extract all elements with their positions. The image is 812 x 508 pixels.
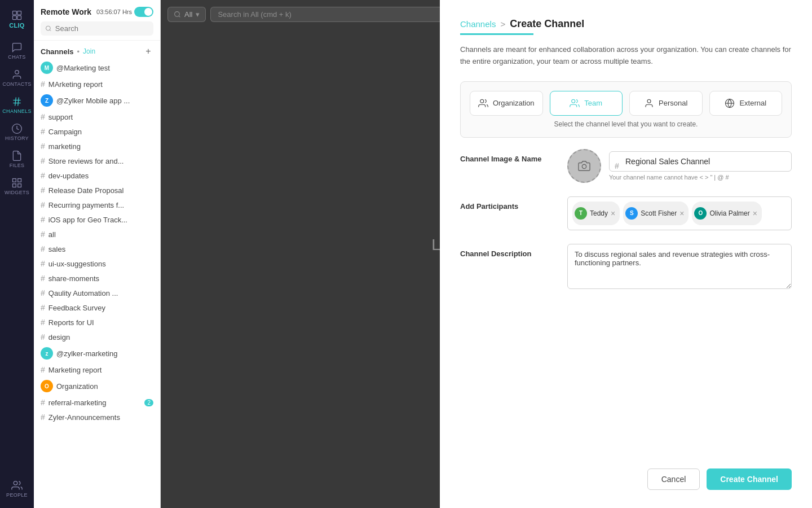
sidebar-people-label: PEOPLE <box>6 492 28 498</box>
channel-name: dev-updates <box>48 172 153 180</box>
sidebar-history-label: HISTORY <box>5 135 29 141</box>
create-channel-button[interactable]: Create Channel <box>707 468 792 490</box>
svg-rect-1 <box>17 11 21 15</box>
avatar: O <box>694 207 707 220</box>
hash-icon: # <box>41 156 45 165</box>
list-item[interactable]: M @Marketing test ••• <box>34 59 160 77</box>
external-icon <box>725 98 735 108</box>
type-organization-label: Organization <box>493 99 535 107</box>
hash-icon: # <box>41 413 45 422</box>
channel-name: Store reviews for and... <box>48 157 153 165</box>
channel-search-box[interactable] <box>41 21 153 36</box>
type-external-label: External <box>739 99 766 107</box>
channel-name-input[interactable] <box>609 151 792 172</box>
svg-rect-13 <box>18 184 21 187</box>
list-item[interactable]: # Qaulity Automation ... <box>34 286 160 300</box>
add-channel-button[interactable]: + <box>143 46 153 56</box>
list-item[interactable]: # dev-updates <box>34 168 160 183</box>
channel-name: MArketing report <box>48 80 153 89</box>
list-item[interactable]: # support <box>34 110 160 124</box>
type-personal-label: Personal <box>659 99 687 107</box>
remove-participant-button[interactable]: × <box>753 209 757 217</box>
search-icon <box>45 25 52 32</box>
list-item[interactable]: # ui-ux-suggestions <box>34 256 160 271</box>
type-team-button[interactable]: Team <box>550 91 623 116</box>
channel-type-container: Organization Team Personal External <box>460 81 792 138</box>
main-content: All ▾ Search in All (cmd + k) × Laughing… <box>161 0 812 508</box>
list-item[interactable]: Z @Zylker Mobile app ... ••• <box>34 91 160 110</box>
channels-title: Channels <box>41 47 74 56</box>
list-item[interactable]: # design <box>34 330 160 344</box>
avatar: M <box>41 62 53 74</box>
participants-box[interactable]: T Teddy × S Scott Fisher × O Olivia Palm… <box>567 196 792 230</box>
remove-participant-button[interactable]: × <box>679 209 684 217</box>
hash-icon: # <box>41 171 45 180</box>
svg-rect-0 <box>13 11 17 15</box>
channel-name: support <box>48 113 153 121</box>
list-item[interactable]: # Campaign <box>34 124 160 139</box>
list-item[interactable]: # Recurring payments f... <box>34 198 160 212</box>
hash-icon: # <box>41 142 45 151</box>
channel-name: Feedback Survey <box>48 304 153 312</box>
hash-icon: # <box>41 398 45 407</box>
type-select-hint: Select the channel level that you want t… <box>470 120 782 128</box>
channel-avatar-upload[interactable] <box>567 149 601 183</box>
remove-participant-button[interactable]: × <box>611 209 615 217</box>
list-item[interactable]: # Feedback Survey <box>34 300 160 315</box>
sidebar-item-chats[interactable]: CHATS <box>5 38 29 63</box>
type-organization-button[interactable]: Organization <box>470 91 543 116</box>
time-badge: 03:56:07 Hrs <box>96 7 153 17</box>
list-item[interactable]: # share-moments <box>34 271 160 286</box>
hash-icon: # <box>41 288 45 297</box>
channel-name: ui-ux-suggestions <box>48 260 153 268</box>
cancel-button[interactable]: Cancel <box>647 468 700 490</box>
sidebar-item-history[interactable]: HISTORY <box>5 120 29 144</box>
list-item[interactable]: # Store reviews for and... <box>34 154 160 168</box>
participant-name: Olivia Palmer <box>709 209 749 217</box>
list-item[interactable]: # Release Date Proposal <box>34 183 160 198</box>
sidebar-chats-label: CHATS <box>8 54 25 60</box>
list-item[interactable]: # all <box>34 227 160 242</box>
sidebar-files-label: FILES <box>10 163 25 168</box>
list-item[interactable]: # marketing <box>34 139 160 154</box>
sidebar-channels-label: CHANNELS <box>2 108 31 114</box>
participant-name: Teddy <box>590 209 608 217</box>
list-item[interactable]: # referral-marketing 2 <box>34 395 160 410</box>
channels-join-link[interactable]: Join <box>83 47 95 55</box>
svg-point-4 <box>15 71 19 75</box>
channel-search-input[interactable] <box>55 24 149 33</box>
type-team-label: Team <box>584 99 602 107</box>
channel-description-textarea[interactable]: To discuss regional sales and revenue st… <box>567 244 792 289</box>
list-item[interactable]: O Organization ••• <box>34 377 160 395</box>
modal-overlay: Channels > Create Channel Channels are m… <box>161 0 812 508</box>
dot-sep: • <box>77 47 80 56</box>
add-participants-row: Add Participants T Teddy × S Scott Fishe… <box>460 196 792 230</box>
participant-tag: T Teddy × <box>572 202 620 225</box>
sidebar-item-files[interactable]: FILES <box>5 147 29 172</box>
sidebar-item-channels[interactable]: CHANNELS <box>5 93 29 117</box>
status-toggle[interactable] <box>134 7 153 17</box>
channel-name: Organization <box>56 382 143 391</box>
sidebar-item-people[interactable]: PEOPLE <box>5 476 29 501</box>
breadcrumb-channels-link[interactable]: Channels <box>460 19 496 29</box>
sidebar-item-widgets[interactable]: WIDGETS <box>5 174 29 199</box>
sidebar-app-logo[interactable]: Cliq <box>5 7 29 32</box>
type-external-button[interactable]: External <box>709 91 783 116</box>
svg-rect-10 <box>13 179 16 182</box>
list-item[interactable]: z @zylker-marketing ••• <box>34 344 160 362</box>
type-personal-button[interactable]: Personal <box>629 91 703 116</box>
channel-name: referral-marketing <box>48 398 142 407</box>
list-item[interactable]: # sales <box>34 242 160 256</box>
list-item[interactable]: # Zyler-Announcements <box>34 410 160 424</box>
list-item[interactable]: # Marketing report <box>34 362 160 377</box>
sidebar-item-contacts[interactable]: CONTACTS <box>5 65 29 90</box>
list-item[interactable]: # iOS app for Geo Track... <box>34 212 160 227</box>
channel-name: Marketing report <box>48 366 153 374</box>
list-item[interactable]: # MArketing report <box>34 77 160 91</box>
hash-icon: # <box>41 303 45 312</box>
channel-name: iOS app for Geo Track... <box>48 216 153 224</box>
hash-icon: # <box>41 80 45 89</box>
list-item[interactable]: # Reports for UI <box>34 315 160 330</box>
breadcrumb-separator: > <box>500 19 505 29</box>
channel-description-label: Channel Description <box>460 244 556 258</box>
